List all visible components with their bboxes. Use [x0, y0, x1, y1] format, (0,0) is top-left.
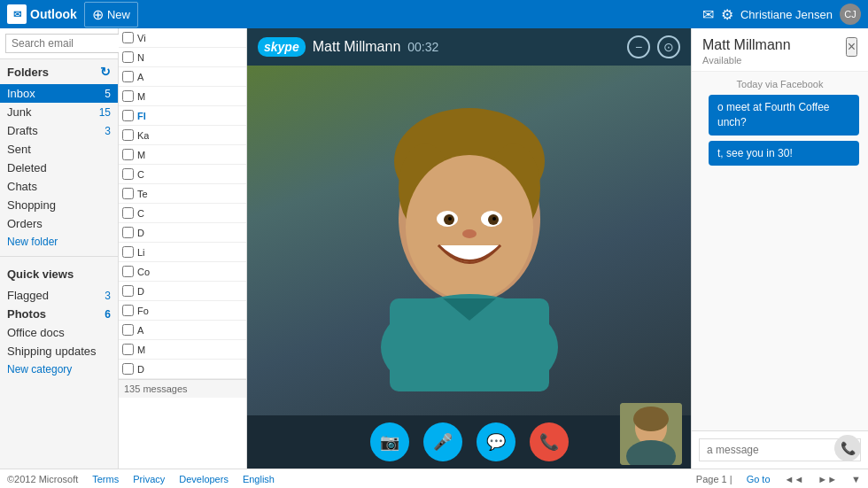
new-category-link[interactable]: New category [0, 360, 118, 378]
new-folder-link[interactable]: New folder [0, 233, 118, 251]
email-list: Vi N A M Fl Ka M C Te C D Li Co D Fo A M… [119, 28, 247, 469]
center-area: skype Matt Millmann 00:32 − ⊙ [247, 28, 691, 469]
table-row[interactable]: N [119, 48, 246, 67]
row-checkbox[interactable] [122, 344, 134, 355]
message-icon[interactable]: ✉ [702, 6, 714, 23]
email-count: 135 messages [119, 379, 246, 398]
table-row[interactable]: Ka [119, 126, 246, 145]
qv-office-docs[interactable]: Office docs [0, 323, 118, 342]
row-checkbox[interactable] [122, 207, 134, 219]
table-row[interactable]: M [119, 340, 246, 360]
row-checkbox[interactable] [122, 32, 134, 43]
row-checkbox[interactable] [122, 168, 134, 180]
main-layout: 🔍 Folders ↻ Inbox 5 Junk 15 Drafts 3 Sen… [0, 28, 868, 469]
go-to-link[interactable]: Go to [747, 474, 771, 484]
folder-deleted[interactable]: Deleted [0, 159, 118, 177]
qv-shipping[interactable]: Shipping updates [0, 342, 118, 360]
row-checkbox[interactable] [122, 324, 134, 336]
table-row[interactable]: C [119, 165, 246, 184]
row-checkbox[interactable] [122, 266, 134, 277]
end-call-button[interactable]: 📞 [530, 422, 569, 461]
gear-icon[interactable]: ⚙ [721, 6, 733, 23]
folder-shopping[interactable]: Shopping [0, 196, 118, 214]
folder-sent[interactable]: Sent [0, 140, 118, 159]
table-row[interactable]: C [119, 204, 246, 223]
table-row[interactable]: Vi [119, 28, 246, 48]
row-checkbox[interactable] [122, 188, 134, 199]
outlook-logo: ✉ Outlook [7, 4, 77, 24]
folders-section: Folders ↻ [0, 59, 118, 84]
qv-photos-label: Photos [7, 307, 46, 321]
right-panel: Matt Millmann Available × Today via Face… [691, 28, 868, 469]
row-checkbox[interactable] [122, 285, 134, 297]
quick-views-section: Quick views [0, 262, 118, 286]
row-checkbox[interactable] [122, 90, 134, 102]
contact-name: Matt Millmann [702, 37, 791, 53]
table-row[interactable]: Li [119, 243, 246, 262]
outlook-logo-icon: ✉ [7, 4, 27, 24]
row-checkbox[interactable] [122, 305, 134, 316]
row-checkbox[interactable] [122, 149, 134, 160]
avatar: CJ [840, 4, 861, 25]
table-row[interactable]: D [119, 223, 246, 243]
row-checkbox[interactable] [122, 246, 134, 258]
qv-photos[interactable]: Photos 6 [0, 305, 118, 323]
table-row[interactable]: Co [119, 262, 246, 282]
quick-views-header: Quick views [7, 267, 74, 281]
row-checkbox[interactable] [122, 129, 134, 141]
row-checkbox[interactable] [122, 363, 134, 375]
terms-link[interactable]: Terms [92, 474, 119, 484]
qv-flagged-badge: 3 [105, 290, 111, 302]
table-row[interactable]: M [119, 145, 246, 165]
row-checkbox[interactable] [122, 71, 134, 82]
phone-button[interactable]: 📞 [834, 435, 861, 461]
thumbnail-video [620, 403, 682, 465]
folder-drafts-badge: 3 [105, 125, 111, 137]
svg-point-9 [448, 217, 452, 221]
close-button[interactable]: × [846, 37, 857, 57]
new-button-label: New [107, 8, 130, 21]
row-checkbox[interactable] [122, 51, 134, 63]
row-checkbox[interactable] [122, 227, 134, 238]
table-row[interactable]: D [119, 360, 246, 379]
pagination-prev[interactable]: ◄◄ [785, 474, 804, 484]
pagination-next[interactable]: ►► [818, 474, 837, 484]
maximize-button[interactable]: ⊙ [657, 35, 680, 58]
folder-orders[interactable]: Orders [0, 214, 118, 233]
skype-top-controls: − ⊙ [627, 35, 680, 58]
privacy-link[interactable]: Privacy [133, 474, 165, 484]
row-checkbox[interactable] [122, 110, 134, 121]
skype-footer: 📷 🎤 💬 📞 [247, 415, 691, 469]
folder-inbox[interactable]: Inbox 5 [0, 84, 118, 103]
qv-flagged[interactable]: Flagged 3 [0, 286, 118, 305]
table-row[interactable]: D [119, 282, 246, 301]
video-button[interactable]: 📷 [370, 422, 409, 461]
skype-header: skype Matt Millmann 00:32 − ⊙ [247, 28, 691, 66]
pagination-down[interactable]: ▼ [851, 474, 861, 484]
refresh-icon[interactable]: ↻ [100, 65, 111, 79]
folder-chats[interactable]: Chats [0, 177, 118, 196]
table-row[interactable]: M [119, 87, 246, 106]
chat-date: Today via Facebook [701, 79, 859, 89]
skype-logo-icon: skype [258, 37, 306, 57]
qv-office-docs-label: Office docs [7, 326, 65, 339]
new-button[interactable]: ⊕ New [84, 2, 138, 27]
svg-point-13 [462, 229, 477, 238]
folder-drafts[interactable]: Drafts 3 [0, 121, 118, 140]
table-row[interactable]: Fo [119, 301, 246, 321]
minimize-button[interactable]: − [627, 35, 650, 58]
table-row[interactable]: A [119, 67, 246, 87]
table-row[interactable]: Te [119, 184, 246, 204]
folder-junk[interactable]: Junk 15 [0, 103, 118, 121]
search-bar: 🔍 [0, 28, 118, 59]
chat-button[interactable]: 💬 [477, 422, 515, 461]
mic-button[interactable]: 🎤 [423, 422, 462, 461]
language-link[interactable]: English [243, 474, 275, 484]
table-row[interactable]: A [119, 321, 246, 340]
table-row[interactable]: Fl [119, 106, 246, 126]
developers-link[interactable]: Developers [179, 474, 229, 484]
video-background [247, 66, 691, 415]
folder-inbox-badge: 5 [105, 88, 111, 100]
contact-header: Matt Millmann Available × [692, 28, 868, 72]
svg-point-4 [406, 155, 533, 300]
